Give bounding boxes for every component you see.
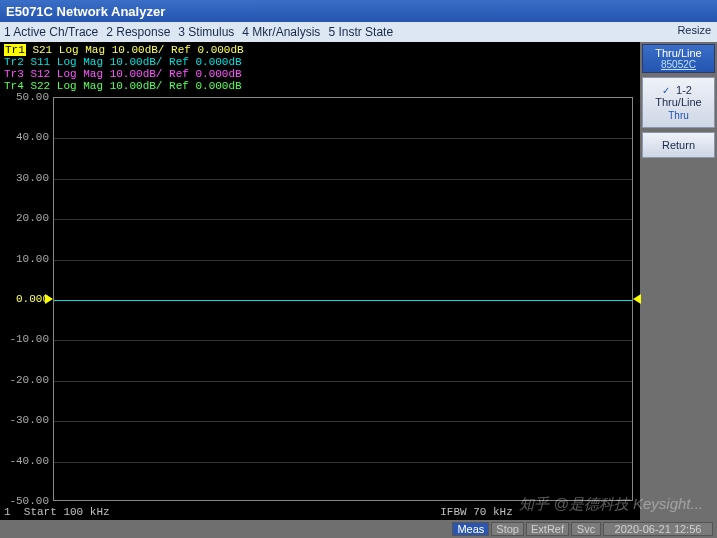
- status-datetime: 2020-06-21 12:56: [603, 522, 713, 536]
- y-tick-label: 20.00: [3, 212, 49, 224]
- gridline: [54, 421, 632, 422]
- plot-area[interactable]: [53, 97, 633, 501]
- trace-labels: Tr1 S21 Log Mag 10.00dB/ Ref 0.000dBTr2 …: [4, 44, 244, 92]
- side-header-title: Thru/Line: [655, 47, 701, 59]
- y-tick-label: -10.00: [3, 333, 49, 345]
- y-tick-label: -20.00: [3, 374, 49, 386]
- window-title: E5071C Network Analyzer: [6, 4, 165, 19]
- ref-marker-left: [45, 294, 53, 304]
- menu-active-ch-trace[interactable]: 1 Active Ch/Trace: [4, 25, 98, 39]
- y-tick-label: 30.00: [3, 172, 49, 184]
- trace-line: [54, 300, 632, 301]
- channel-indicator: 1: [4, 506, 11, 518]
- thru-line-button-title: 1-2 Thru/Line: [655, 84, 701, 108]
- side-panel: Thru/Line 85052C 1-2 Thru/Line Thru Retu…: [640, 42, 717, 520]
- status-extref[interactable]: ExtRef: [526, 522, 569, 536]
- side-header: Thru/Line 85052C: [642, 44, 715, 73]
- status-bar: Meas Stop ExtRef Svc 2020-06-21 12:56: [0, 520, 717, 538]
- trace-label-tr1[interactable]: Tr1 S21 Log Mag 10.00dB/ Ref 0.000dB: [4, 44, 244, 56]
- thru-line-button-sub: Thru: [645, 110, 712, 121]
- gridline: [54, 340, 632, 341]
- trace-label-tr3[interactable]: Tr3 S12 Log Mag 10.00dB/ Ref 0.000dB: [4, 68, 244, 80]
- gridline: [54, 179, 632, 180]
- y-tick-label: 40.00: [3, 131, 49, 143]
- gridline: [54, 381, 632, 382]
- menu-mkr-analysis[interactable]: 4 Mkr/Analysis: [242, 25, 320, 39]
- gridline: [54, 219, 632, 220]
- return-button-label: Return: [662, 139, 695, 151]
- menu-response[interactable]: 2 Response: [106, 25, 170, 39]
- y-tick-label: 0.000: [3, 293, 49, 305]
- title-bar: E5071C Network Analyzer: [0, 0, 717, 22]
- gridline: [54, 138, 632, 139]
- gridline: [54, 462, 632, 463]
- menu-instr-state[interactable]: 5 Instr State: [328, 25, 393, 39]
- menu-bar: 1 Active Ch/Trace 2 Response 3 Stimulus …: [0, 22, 717, 42]
- watermark: 知乎 @是德科技 Keysight...: [519, 495, 703, 514]
- status-meas[interactable]: Meas: [452, 522, 489, 536]
- side-header-sub: 85052C: [643, 59, 714, 70]
- start-freq-label: Start 100 kHz: [24, 506, 110, 518]
- y-tick-label: -30.00: [3, 414, 49, 426]
- plot-panel: Tr1 S21 Log Mag 10.00dB/ Ref 0.000dBTr2 …: [0, 42, 640, 520]
- status-stop[interactable]: Stop: [491, 522, 524, 536]
- y-tick-label: 50.00: [3, 91, 49, 103]
- thru-line-button[interactable]: 1-2 Thru/Line Thru: [642, 77, 715, 128]
- ref-marker-right: [633, 294, 641, 304]
- y-tick-label: 10.00: [3, 253, 49, 265]
- work-area: Tr1 S21 Log Mag 10.00dB/ Ref 0.000dBTr2 …: [0, 42, 717, 520]
- status-svc[interactable]: Svc: [571, 522, 601, 536]
- gridline: [54, 260, 632, 261]
- resize-button[interactable]: Resize: [677, 24, 711, 36]
- y-tick-label: -40.00: [3, 455, 49, 467]
- trace-label-tr2[interactable]: Tr2 S11 Log Mag 10.00dB/ Ref 0.000dB: [4, 56, 244, 68]
- menu-stimulus[interactable]: 3 Stimulus: [178, 25, 234, 39]
- return-button[interactable]: Return: [642, 132, 715, 158]
